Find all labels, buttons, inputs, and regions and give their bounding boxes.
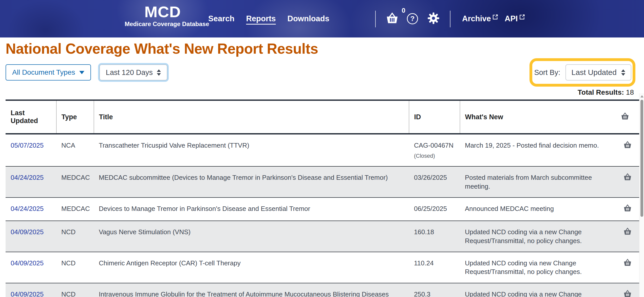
sort-by-label: Sort By: [534, 68, 560, 77]
last-updated-link[interactable]: 04/24/2025 [11, 174, 44, 181]
table-row: 04/24/2025 MEDCAC Devices to Manage Trem… [6, 197, 639, 221]
header-divider [450, 11, 450, 27]
vertical-scrollbar[interactable] [639, 93, 644, 297]
col-title[interactable]: Title [94, 100, 409, 134]
id-value: CAG-00467N [414, 141, 455, 150]
settings-button[interactable] [427, 0, 440, 37]
title-cell: Vagus Nerve Stimulation (VNS) [94, 221, 409, 252]
last-updated-link[interactable]: 05/07/2025 [11, 142, 44, 149]
whats-new-cell: Updated NCD coding via a new Change Requ… [460, 283, 616, 297]
add-to-basket-button[interactable] [616, 197, 639, 221]
help-icon: ? [407, 13, 418, 24]
whats-new-cell: March 19, 2025 - Posted final decision m… [460, 134, 616, 167]
sort-arrows-icon [157, 69, 161, 76]
scrollbar-thumb[interactable] [640, 100, 643, 217]
filters-row: All Document Types Last 120 Days Sort By… [6, 64, 638, 81]
api-link[interactable]: API [505, 0, 525, 37]
basket-count-badge: 0 [402, 7, 405, 14]
total-results-value: 18 [626, 88, 634, 96]
basket-icon [623, 173, 632, 183]
id-cell: 110.24 [409, 252, 460, 283]
type-cell: NCA [56, 134, 94, 167]
logo-title: MCD [125, 4, 201, 20]
mcd-logo[interactable]: MCD Medicare Coverage Database [125, 4, 201, 28]
logo-subtitle: Medicare Coverage Database [125, 21, 201, 28]
col-type[interactable]: Type [56, 100, 94, 134]
chevron-down-icon [79, 71, 84, 74]
last-updated-link[interactable]: 04/09/2025 [11, 259, 44, 267]
page-content: National Coverage What's New Report Resu… [0, 37, 644, 297]
external-link-icon [493, 13, 498, 22]
sort-by-value: Last Updated [572, 68, 617, 77]
table-row: 04/09/2025 NCD Chimeric Antigen Receptor… [6, 252, 639, 283]
archive-link-label: Archive [462, 14, 491, 23]
basket-icon [623, 228, 632, 237]
add-to-basket-button[interactable] [616, 252, 639, 283]
type-cell: MEDCAC [56, 166, 94, 197]
document-type-dropdown[interactable]: All Document Types [6, 64, 91, 81]
type-cell: NCD [56, 252, 94, 283]
sort-by-group: Sort By: Last Updated [534, 64, 631, 81]
title-cell: Chimeric Antigen Receptor (CAR) T-cell T… [94, 252, 409, 283]
date-range-select[interactable]: Last 120 Days [100, 65, 167, 80]
header-divider [375, 11, 376, 27]
whats-new-cell: Announced MEDCAC meeting [460, 197, 616, 221]
gear-icon [427, 12, 440, 26]
page-title: National Coverage What's New Report Resu… [6, 42, 638, 56]
title-cell: Transcatheter Tricuspid Valve Replacemen… [94, 134, 409, 167]
id-cell: CAG-00467N (Closed) [409, 134, 460, 167]
help-button[interactable]: ? [407, 0, 418, 37]
last-updated-link[interactable]: 04/09/2025 [11, 290, 44, 297]
basket-icon [623, 204, 632, 214]
nav-reports[interactable]: Reports [246, 14, 276, 23]
title-cell: Intravenous Immune Globulin for the Trea… [94, 283, 409, 297]
table-header-row: Last Updated Type Title ID What's New [6, 100, 639, 134]
main-nav: Search Reports Downloads [208, 0, 329, 37]
nav-search[interactable]: Search [208, 14, 234, 23]
scroll-up-arrow-icon[interactable] [640, 95, 643, 97]
archive-link[interactable]: Archive [462, 0, 498, 37]
id-cell: 06/25/2025 [409, 197, 460, 221]
table-row: 04/24/2025 MEDCAC MEDCAC subcommittee (D… [6, 166, 639, 197]
sort-arrows-icon [621, 69, 625, 76]
basket-icon [621, 112, 634, 122]
add-to-basket-button[interactable] [616, 166, 639, 197]
table-row: 05/07/2025 NCA Transcatheter Tricuspid V… [6, 134, 639, 167]
id-cell: 03/26/2025 [409, 166, 460, 197]
type-cell: NCD [56, 283, 94, 297]
date-range-value: Last 120 Days [106, 68, 153, 77]
nav-downloads[interactable]: Downloads [288, 14, 329, 23]
basket-icon [386, 12, 399, 25]
whats-new-cell: Posted materials from March subcommittee… [460, 166, 616, 197]
type-cell: MEDCAC [56, 197, 94, 221]
api-link-label: API [505, 14, 518, 23]
table-row: 04/09/2025 NCD Vagus Nerve Stimulation (… [6, 221, 639, 252]
col-id[interactable]: ID [409, 100, 460, 134]
basket-icon [623, 259, 632, 268]
add-to-basket-button[interactable] [616, 134, 639, 167]
col-basket[interactable] [616, 100, 639, 134]
results-table: Last Updated Type Title ID What's New [6, 100, 639, 297]
id-cell: 160.18 [409, 221, 460, 252]
add-to-basket-button[interactable] [616, 221, 639, 252]
basket-icon [623, 141, 632, 151]
whats-new-cell: Updated NCD coding via new Change Reques… [460, 252, 616, 283]
last-updated-link[interactable]: 04/09/2025 [11, 228, 44, 236]
last-updated-link[interactable]: 04/24/2025 [11, 205, 44, 212]
title-cell: Devices to Manage Tremor in Parkinson's … [94, 197, 409, 221]
whats-new-cell: Updated NCD coding via a new Change Requ… [460, 221, 616, 252]
col-whats-new[interactable]: What's New [460, 100, 616, 134]
sort-by-select[interactable]: Last Updated [565, 64, 631, 81]
total-results: Total Results: 18 [6, 88, 638, 96]
add-to-basket-button[interactable] [616, 283, 639, 297]
type-cell: NCD [56, 221, 94, 252]
document-type-value: All Document Types [12, 68, 75, 76]
col-last-updated[interactable]: Last Updated [6, 100, 56, 134]
total-results-label: Total Results: [578, 88, 624, 96]
id-status: (Closed) [414, 152, 455, 160]
id-cell: 250.3 [409, 283, 460, 297]
external-link-icon [519, 13, 525, 22]
basket-button[interactable]: 0 [386, 0, 399, 37]
basket-icon [623, 290, 632, 297]
title-cell: MEDCAC subcommittee (Devices to Manage T… [94, 166, 409, 197]
